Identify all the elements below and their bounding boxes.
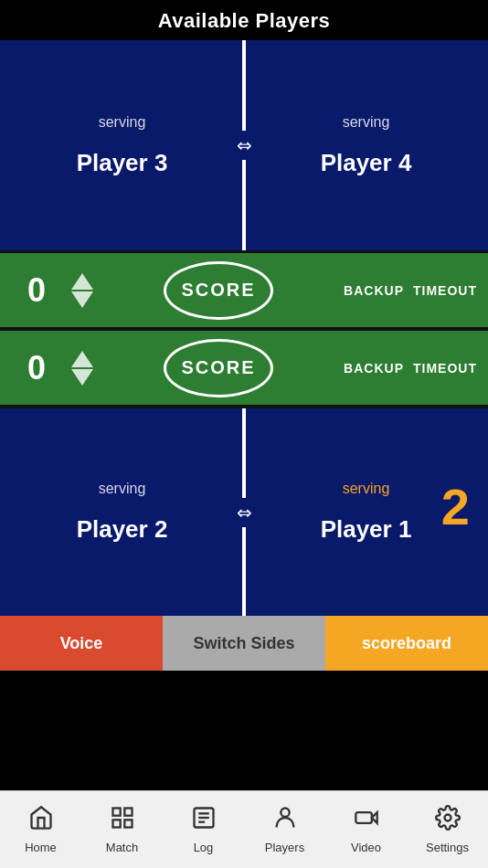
match-icon <box>110 805 135 837</box>
score-2-up-arrow[interactable] <box>71 351 93 367</box>
players-icon <box>272 805 298 837</box>
score-1-button[interactable]: SCORE <box>164 261 273 320</box>
score-1-btn-wrap: SCORE <box>93 261 344 320</box>
top-players-area: serving Player 3 ⇔ serving Player 4 <box>0 40 488 250</box>
nav-log[interactable]: Log <box>163 791 244 868</box>
score-2-arrows[interactable] <box>71 351 93 386</box>
score-1-arrows[interactable] <box>71 273 93 308</box>
bottom-left-player[interactable]: serving Player 2 <box>0 408 244 616</box>
svg-point-8 <box>281 809 289 817</box>
nav-settings[interactable]: Settings <box>407 791 488 868</box>
nav-home-label: Home <box>25 841 57 854</box>
svg-rect-3 <box>124 820 132 827</box>
settings-icon <box>435 805 461 837</box>
bottom-right-serving-label: serving <box>343 481 390 497</box>
page-header: Available Players <box>0 0 488 40</box>
nav-home[interactable]: Home <box>0 791 81 868</box>
svg-rect-0 <box>112 809 120 816</box>
nav-video-label: Video <box>351 841 381 854</box>
swap-icon-top[interactable]: ⇔ <box>233 131 256 160</box>
svg-rect-9 <box>355 812 372 823</box>
bottom-left-player-name: Player 2 <box>77 515 168 544</box>
score-2-button[interactable]: SCORE <box>164 339 273 397</box>
score-2-down-arrow[interactable] <box>71 369 93 386</box>
bottom-players-area: serving Player 2 ⇔ serving Player 1 2 <box>0 406 488 616</box>
switch-sides-button[interactable]: Switch Sides <box>163 616 325 671</box>
score-1-value: 0 <box>9 271 64 310</box>
svg-rect-2 <box>112 820 120 827</box>
bottom-right-player[interactable]: serving Player 1 2 <box>244 408 488 616</box>
svg-rect-1 <box>124 809 132 816</box>
score-1-backup-button[interactable]: BACKUP <box>344 283 404 298</box>
score-row-1: 0 SCORE BACKUP TIMEOUT <box>0 250 488 328</box>
top-right-player-name: Player 4 <box>321 149 412 177</box>
action-bar: Voice Switch Sides scoreboard <box>0 616 488 671</box>
top-right-player[interactable]: serving Player 4 <box>244 40 488 250</box>
bottom-left-serving-label: serving <box>99 481 146 497</box>
score-2-value: 0 <box>9 349 64 387</box>
score-1-actions: BACKUP TIMEOUT <box>344 283 477 298</box>
score-2-actions: BACKUP TIMEOUT <box>344 361 477 376</box>
nav-settings-label: Settings <box>426 841 469 854</box>
score-2-backup-button[interactable]: BACKUP <box>344 361 404 376</box>
bottom-right-player-name: Player 1 <box>321 515 412 544</box>
top-left-serving-label: serving <box>99 114 146 131</box>
score-2-timeout-button[interactable]: TIMEOUT <box>413 361 477 376</box>
score-2-btn-wrap: SCORE <box>93 339 344 397</box>
top-left-player-name: Player 3 <box>77 149 168 177</box>
nav-bar: Home Match Log Players Video Settin <box>0 790 488 868</box>
nav-log-label: Log <box>194 841 214 854</box>
nav-players[interactable]: Players <box>244 791 325 868</box>
voice-button[interactable]: Voice <box>0 616 163 671</box>
scoreboard-button[interactable]: scoreboard <box>325 616 488 671</box>
page-title: Available Players <box>158 9 331 32</box>
score-1-down-arrow[interactable] <box>71 291 93 308</box>
svg-point-11 <box>444 815 451 821</box>
score-1-up-arrow[interactable] <box>71 273 93 290</box>
log-icon <box>191 805 217 837</box>
nav-match[interactable]: Match <box>81 791 163 868</box>
video-icon <box>354 805 379 837</box>
top-left-player[interactable]: serving Player 3 <box>0 40 244 250</box>
home-icon <box>28 805 54 837</box>
nav-video[interactable]: Video <box>325 791 407 868</box>
bottom-right-serve-number: 2 <box>441 477 470 536</box>
nav-match-label: Match <box>106 841 138 854</box>
swap-icon-bottom[interactable]: ⇔ <box>233 498 256 527</box>
score-1-timeout-button[interactable]: TIMEOUT <box>413 283 477 298</box>
score-row-2: 0 SCORE BACKUP TIMEOUT <box>0 328 488 406</box>
nav-players-label: Players <box>265 841 304 854</box>
top-right-serving-label: serving <box>343 114 390 131</box>
